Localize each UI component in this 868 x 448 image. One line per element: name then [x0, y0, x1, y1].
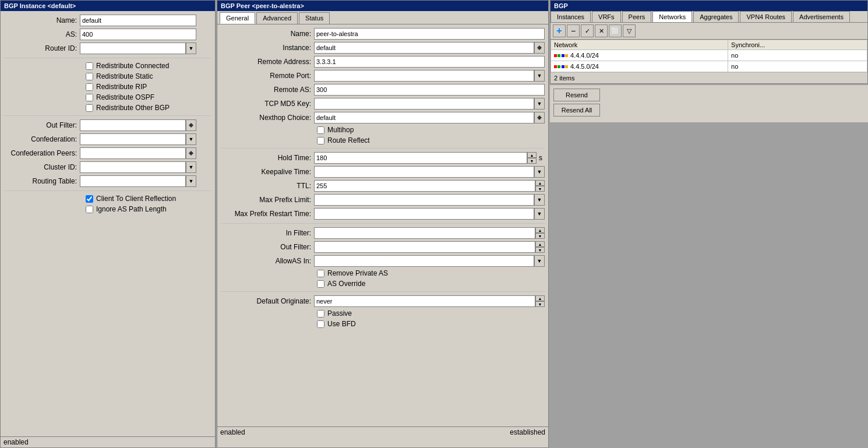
router-id-input[interactable] — [80, 43, 186, 54]
nexthop-label: Nexthop Choice: — [221, 114, 314, 122]
out-filter-dropdown[interactable] — [186, 119, 196, 131]
redistribute-bgp-label: Redistribute Other BGP — [96, 104, 170, 112]
remove-private-as-cb[interactable] — [317, 270, 324, 277]
tab-networks[interactable]: Networks — [652, 11, 692, 22]
remove-button[interactable]: − — [567, 24, 580, 37]
peer-instance-dropdown[interactable] — [534, 42, 545, 54]
resend-button[interactable]: Resend — [553, 89, 600, 101]
default-originate-input[interactable] — [314, 295, 535, 307]
left-panel-title: BGP Instance <default> — [1, 1, 215, 11]
network-cell: 4.4.5.0/24 — [551, 61, 728, 72]
ttl-down[interactable]: ▼ — [535, 186, 545, 192]
tcp-md5-input[interactable] — [314, 98, 534, 110]
ttl-input[interactable] — [314, 180, 535, 192]
routing-table-input[interactable] — [80, 175, 186, 187]
hold-time-row: Hold Time: ▲ ▼ s — [221, 152, 545, 164]
redistribute-connected-cb[interactable] — [86, 62, 93, 70]
redistribute-bgp-row: Redistribute Other BGP — [86, 104, 211, 112]
in-filter-down[interactable]: ▼ — [535, 233, 545, 239]
confederation-peers-dropdown[interactable] — [186, 147, 196, 159]
client-to-client-label: Client To Client Reflection — [96, 195, 176, 203]
allowas-input[interactable] — [314, 255, 534, 267]
remote-port-dropdown[interactable]: ▼ — [534, 70, 545, 82]
bgp-tab-bar: Instances VRFs Peers Networks Aggregates… — [551, 11, 867, 23]
cluster-id-row: Cluster ID: ▼ — [4, 161, 211, 173]
table-row[interactable]: 4.4.5.0/24no — [551, 61, 867, 72]
redistribute-ospf-cb[interactable] — [86, 94, 93, 101]
remote-as-input[interactable] — [314, 84, 545, 96]
table-row[interactable]: 4.4.4.0/24no — [551, 50, 867, 61]
redistribute-bgp-cb[interactable] — [86, 104, 93, 112]
out-filter-down[interactable]: ▼ — [535, 247, 545, 253]
right-panel-title: BGP — [551, 1, 867, 11]
out-filter-up[interactable]: ▲ — [535, 241, 545, 247]
routing-table-dropdown[interactable]: ▼ — [186, 175, 196, 187]
ignore-as-path-cb[interactable] — [86, 206, 93, 213]
hold-time-down[interactable]: ▼ — [527, 158, 537, 164]
router-id-dropdown[interactable]: ▼ — [186, 43, 196, 54]
resend-all-button[interactable]: Resend All — [553, 104, 600, 117]
confederation-peers-input[interactable] — [80, 147, 186, 159]
default-originate-up[interactable]: ▲ — [535, 295, 545, 301]
copy-button[interactable]: ⬜ — [609, 24, 622, 37]
allowas-dropdown[interactable]: ▼ — [534, 255, 545, 267]
multihop-cb[interactable] — [317, 126, 324, 134]
confederation-dropdown[interactable]: ▼ — [186, 133, 196, 145]
in-filter-input[interactable] — [314, 227, 535, 239]
tab-instances[interactable]: Instances — [551, 11, 591, 22]
col-sync: Synchroni... — [728, 40, 867, 50]
tab-general[interactable]: General — [220, 12, 255, 24]
sync-cell: no — [728, 61, 867, 72]
default-originate-label: Default Originate: — [221, 297, 314, 305]
tab-status[interactable]: Status — [299, 12, 330, 24]
max-prefix-limit-dropdown[interactable]: ▼ — [534, 194, 545, 206]
hold-time-input[interactable] — [314, 152, 527, 164]
keepalive-dropdown[interactable]: ▼ — [534, 166, 545, 178]
as-override-cb[interactable] — [317, 280, 324, 288]
tab-advanced[interactable]: Advanced — [256, 12, 298, 24]
peer-instance-input[interactable] — [314, 42, 534, 54]
tcp-md5-dropdown[interactable]: ▼ — [534, 98, 545, 110]
middle-panel-title: BGP Peer <peer-to-alestra> — [217, 1, 548, 11]
peer-name-input[interactable] — [314, 28, 545, 40]
max-prefix-restart-dropdown[interactable]: ▼ — [534, 208, 545, 220]
keepalive-label: Keepalive Time: — [221, 168, 314, 176]
keepalive-input[interactable] — [314, 166, 534, 178]
tab-advertisements[interactable]: Advertisements — [793, 11, 850, 22]
redistribute-rip-cb[interactable] — [86, 83, 93, 91]
middle-status-right: established — [510, 428, 545, 436]
tab-aggregates[interactable]: Aggregates — [693, 11, 739, 22]
as-input[interactable] — [80, 29, 196, 40]
name-input[interactable] — [80, 15, 196, 26]
route-reflect-cb[interactable] — [317, 137, 324, 144]
tab-vpn4-routes[interactable]: VPN4 Routes — [740, 11, 792, 22]
check-button[interactable]: ✓ — [581, 24, 594, 37]
ttl-up[interactable]: ▲ — [535, 180, 545, 186]
use-bfd-cb[interactable] — [317, 320, 324, 328]
add-button[interactable]: + — [553, 24, 566, 37]
confederation-input[interactable] — [80, 133, 186, 145]
remote-address-input[interactable] — [314, 56, 545, 68]
filter-button[interactable]: ▽ — [623, 24, 636, 37]
client-to-client-cb[interactable] — [86, 195, 93, 203]
nexthop-dropdown[interactable] — [534, 112, 545, 124]
cluster-id-input[interactable] — [80, 161, 186, 173]
in-filter-up[interactable]: ▲ — [535, 227, 545, 233]
passive-cb[interactable] — [317, 310, 324, 318]
out-filter-input-m[interactable] — [314, 241, 535, 253]
cluster-id-dropdown[interactable]: ▼ — [186, 161, 196, 173]
tab-vrfs[interactable]: VRFs — [592, 11, 621, 22]
remote-port-input[interactable] — [314, 70, 534, 82]
x-button[interactable]: ✕ — [595, 24, 608, 37]
out-filter-label-m: Out Filter: — [221, 243, 314, 251]
redistribute-connected-label: Redistribute Connected — [96, 62, 169, 70]
max-prefix-restart-input[interactable] — [314, 208, 534, 220]
out-filter-input[interactable] — [80, 119, 186, 131]
default-originate-down[interactable]: ▼ — [535, 301, 545, 307]
nexthop-input[interactable] — [314, 112, 534, 124]
tab-peers[interactable]: Peers — [622, 11, 652, 22]
redistribute-static-cb[interactable] — [86, 73, 93, 80]
hold-time-up[interactable]: ▲ — [527, 152, 537, 158]
max-prefix-limit-input[interactable] — [314, 194, 534, 206]
redistribute-rip-label: Redistribute RIP — [96, 83, 147, 91]
